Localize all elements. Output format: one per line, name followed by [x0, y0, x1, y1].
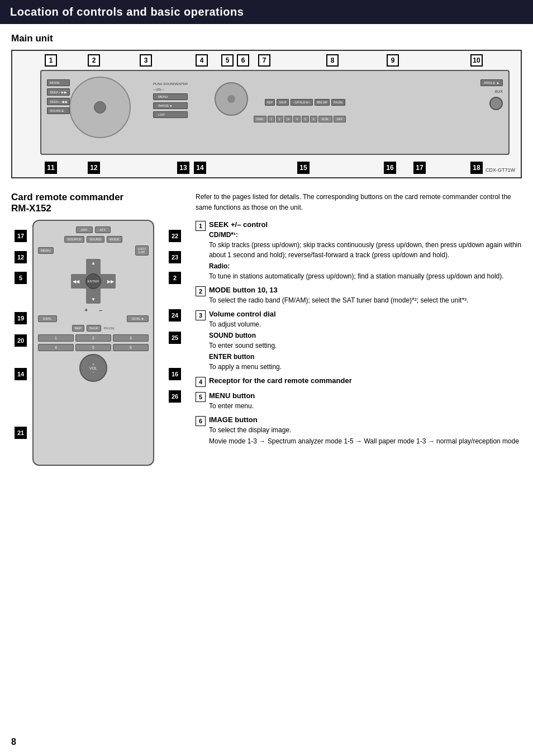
image-btn: IMAGE ●: [153, 102, 188, 109]
disk-area: [69, 77, 131, 138]
aux-port: [489, 97, 503, 110]
mode-btn: MODE: [47, 79, 70, 86]
list-btn: LIST: [153, 111, 188, 118]
remote-diagram-wrapper: 17 12 5 19 20 14 21 OFF ATT: [11, 220, 184, 466]
plus-minus-row: + –: [38, 307, 149, 313]
main-unit-title: Main unit: [11, 33, 522, 44]
callout-14: 14: [194, 162, 206, 174]
desc-4-title: Receptor for the card remote commander: [209, 376, 522, 385]
desc-6-body: To select the display image.: [209, 425, 522, 435]
desc-6-extra: Movie mode 1-3 → Spectrum analyzer mode …: [209, 436, 522, 446]
descriptions-section: Refer to the pages listed for details. T…: [196, 192, 522, 466]
device-body: MODE SEEK+ ▶▶ SEEK– ◀◀ SOURCE PUSH SOUND…: [40, 70, 510, 155]
callout-1: 1: [45, 54, 57, 67]
badge-6: 6: [196, 416, 206, 426]
badge-2: 2: [196, 286, 206, 296]
rc-callout-14: 14: [15, 368, 27, 380]
callout-4: 4: [196, 54, 208, 67]
num3-remote: 3: [113, 334, 149, 342]
desc-5-body: To enter menu.: [209, 401, 522, 411]
callout-7: 7: [258, 54, 270, 67]
desc-item-1: 1 SEEK +/– control CD/MD*¹: To skip trac…: [196, 220, 522, 281]
source-btn-remote: SOURCE: [64, 236, 84, 243]
desc-3-body: To adjust volume.: [209, 319, 522, 329]
callout-3: 3: [140, 54, 152, 67]
remote-row1: OFF ATT: [38, 226, 149, 233]
callout-9: 9: [387, 54, 399, 67]
rc-callout-22: 22: [169, 230, 181, 242]
source-btn: SOURCE: [47, 107, 70, 114]
vol-label: VOL: [89, 366, 97, 370]
off-btn: OFF: [334, 116, 346, 122]
aux-label: AUX: [495, 89, 503, 93]
desc-5-title: MENU button: [209, 391, 522, 400]
badge-3: 3: [196, 310, 206, 320]
plus-label: +: [84, 307, 88, 313]
callout-17: 17: [413, 162, 426, 174]
num4-btn: 4: [293, 116, 301, 122]
model-label: CDX-GT71W: [486, 167, 515, 173]
rc-callout-24: 24: [169, 309, 181, 322]
vol-plus: +: [92, 362, 94, 366]
two-col-section: Card remote commander RM-X152 17 12 5 19…: [11, 192, 522, 466]
num4-remote: 4: [38, 344, 74, 351]
desc-2-title: MODE button 10, 13: [209, 286, 522, 294]
callout-16: 16: [384, 162, 396, 174]
rc-callout-20: 20: [15, 334, 27, 347]
remote-row-rep: REP SHUF PAUSE: [38, 325, 149, 332]
off-btn-remote: OFF: [76, 226, 93, 233]
dpad-right-icon: ▶▶: [107, 279, 114, 284]
seek-minus-btn: SEEK– ◀◀: [47, 98, 70, 105]
desc-2-text: MODE button 10, 13 To select the radio b…: [209, 286, 522, 305]
remote-body: OFF ATT SOURCE SOUND MODE MENU: [32, 220, 154, 466]
callout-18: 18: [470, 162, 483, 174]
dpad: ◀◀ ▶▶ ▲ ▼ ENTER: [71, 259, 116, 304]
enter-btn-remote: ENTER: [85, 273, 101, 289]
desc-5-text: MENU button To enter menu.: [209, 391, 522, 411]
center-buttons: PUSH SOUND/ENTER —(R)— MENU IMAGE ● LIST: [153, 82, 188, 118]
callout-12: 12: [88, 162, 100, 174]
badge-5: 5: [196, 392, 206, 402]
listcat-btn-remote: LIST/CAT: [135, 245, 149, 256]
desc-item-2: 2 MODE button 10, 13 To select the radio…: [196, 286, 522, 305]
desc-1-subradio-body: To tune in stations automatically (press…: [209, 271, 522, 281]
desc-item-4: 4 Receptor for the card remote commander: [196, 376, 522, 387]
page: Location of controls and basic operation…: [0, 0, 533, 756]
page-title: Location of controls and basic operation…: [10, 6, 244, 18]
num2-remote: 2: [75, 334, 111, 342]
callout-10: 10: [470, 54, 483, 67]
desc-3-sub1-body: To enter sound setting.: [209, 341, 522, 351]
minus-label: –: [99, 307, 102, 313]
main-unit-diagram: 1 2 3 4 5 6 7 8 9 10 MODE SEEK+ ▶▶ SEEK–…: [11, 50, 522, 178]
page-number: 8: [11, 737, 16, 747]
rc-callout-19: 19: [15, 312, 27, 324]
shuf-btn: SHUF: [277, 99, 289, 106]
callout-8: 8: [326, 54, 339, 67]
callout-2: 2: [88, 54, 100, 67]
angle-btn: ANGLE ▲: [480, 79, 503, 86]
callout-5: 5: [221, 54, 234, 67]
rc-callout-17: 17: [15, 230, 27, 242]
seek-plus-btn: SEEK+ ▶▶: [47, 88, 70, 96]
dpad-left-icon: ◀◀: [73, 279, 79, 284]
rc-callout-16: 16: [169, 368, 181, 380]
page-header: Location of controls and basic operation…: [0, 0, 533, 24]
dpad-up-icon: ▲: [91, 261, 96, 266]
pause-btn: PAUSE: [331, 99, 345, 106]
sound-btn-remote: SOUND: [87, 236, 104, 243]
att-btn-remote: ATT: [95, 226, 111, 233]
rc-callout-5: 5: [15, 272, 27, 284]
right-buttons-row: REP SHUF – GP/ALB M + BBE MP PAUSE: [265, 99, 345, 106]
card-remote-section: Card remote commander RM-X152 17 12 5 19…: [11, 192, 184, 466]
badge-1: 1: [196, 221, 206, 231]
dpad-area: ◀◀ ▶▶ ▲ ▼ ENTER: [38, 259, 149, 304]
rep-shuf-section: REP SHUF PAUSE 1 2 3 4 5: [38, 325, 149, 351]
dial-center: [227, 95, 235, 103]
num3-btn: 3•: [284, 116, 293, 122]
center-dial: [215, 82, 248, 116]
intro-text: Refer to the pages listed for details. T…: [196, 192, 522, 212]
rep-btn: REP: [265, 99, 275, 106]
desc-3-sub1-title: SOUND button: [209, 332, 522, 339]
remote-row3: MENU LIST/CAT: [38, 245, 149, 256]
card-remote-title: Card remote commander RM-X152: [11, 192, 184, 214]
